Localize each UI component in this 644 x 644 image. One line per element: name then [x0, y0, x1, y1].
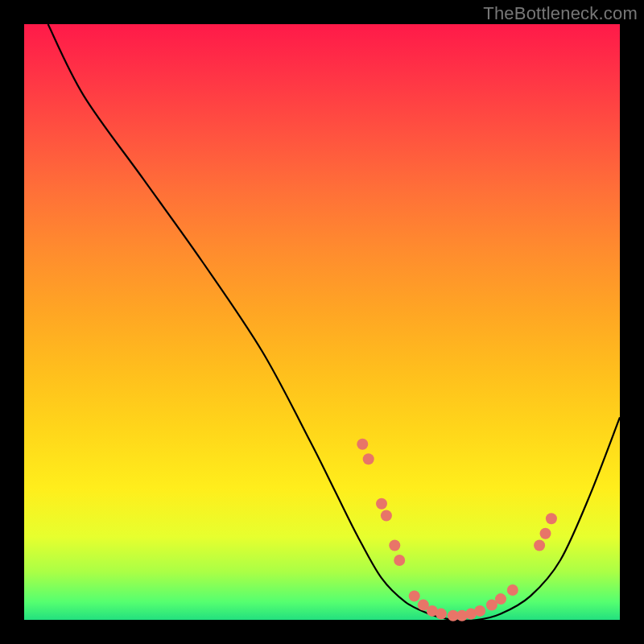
data-dot	[546, 513, 557, 524]
data-dot	[495, 593, 506, 605]
data-dot	[394, 555, 405, 566]
data-dot	[409, 590, 420, 601]
curve-layer	[24, 24, 620, 620]
data-dot	[474, 605, 485, 617]
plot-area	[24, 24, 620, 620]
data-dot	[507, 584, 518, 596]
bottleneck-curve	[48, 24, 620, 621]
data-dot	[381, 510, 392, 522]
data-dot	[376, 498, 387, 510]
watermark-text: TheBottleneck.com	[483, 3, 638, 24]
data-dot	[363, 453, 374, 464]
data-dot	[540, 528, 551, 539]
chart-frame: TheBottleneck.com	[0, 0, 644, 644]
data-dots-group	[357, 439, 557, 621]
data-dot	[357, 439, 368, 450]
data-dot	[436, 609, 447, 620]
data-dot	[389, 540, 400, 551]
data-dot	[534, 540, 545, 551]
